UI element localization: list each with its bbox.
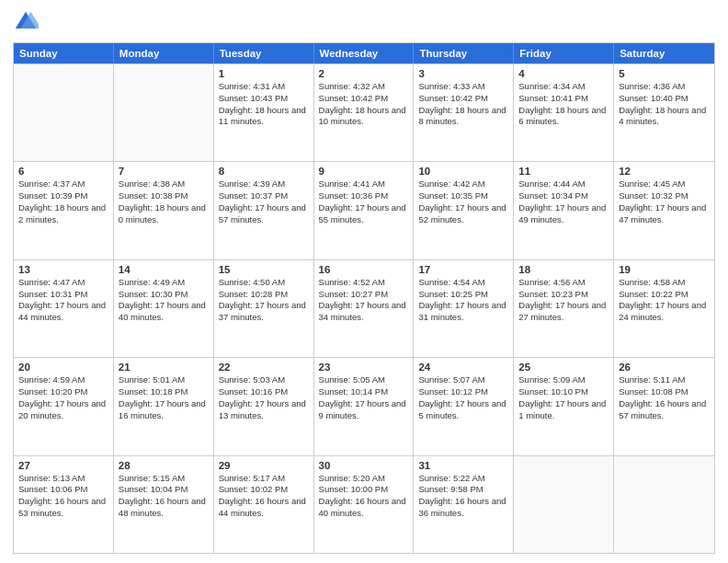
calendar-cell: 27Sunrise: 5:13 AM Sunset: 10:06 PM Dayl… [14,456,114,553]
day-number: 29 [219,460,309,471]
day-info: Sunrise: 5:15 AM Sunset: 10:04 PM Daylig… [119,473,209,520]
day-number: 3 [418,68,508,79]
calendar-row: 1Sunrise: 4:31 AM Sunset: 10:43 PM Dayli… [14,63,714,161]
calendar-cell: 14Sunrise: 4:49 AM Sunset: 10:30 PM Dayl… [114,260,214,357]
day-number: 9 [319,166,409,177]
day-number: 24 [418,362,508,373]
day-number: 13 [18,264,108,275]
calendar-cell: 11Sunrise: 4:44 AM Sunset: 10:34 PM Dayl… [514,162,614,259]
calendar-cell: 3Sunrise: 4:33 AM Sunset: 10:42 PM Dayli… [414,64,514,161]
day-info: Sunrise: 5:05 AM Sunset: 10:14 PM Daylig… [319,374,409,421]
day-info: Sunrise: 4:56 AM Sunset: 10:23 PM Daylig… [518,277,609,324]
calendar-cell: 13Sunrise: 4:47 AM Sunset: 10:31 PM Dayl… [14,260,114,357]
calendar-cell [114,64,214,161]
calendar-header-cell: Saturday [614,43,714,63]
day-number: 17 [418,264,508,275]
header [13,9,715,35]
calendar-header-cell: Wednesday [314,43,415,63]
day-number: 2 [319,68,409,79]
day-info: Sunrise: 4:32 AM Sunset: 10:42 PM Daylig… [319,81,409,128]
calendar-cell [14,64,114,161]
day-number: 15 [219,264,309,275]
day-number: 20 [18,362,108,373]
day-info: Sunrise: 5:07 AM Sunset: 10:12 PM Daylig… [418,374,508,421]
day-number: 21 [119,362,209,373]
day-number: 5 [619,68,710,79]
day-info: Sunrise: 5:22 AM Sunset: 9:58 PM Dayligh… [418,473,508,520]
calendar: SundayMondayTuesdayWednesdayThursdayFrid… [13,42,715,554]
calendar-cell: 4Sunrise: 4:34 AM Sunset: 10:41 PM Dayli… [514,64,614,161]
day-info: Sunrise: 4:44 AM Sunset: 10:34 PM Daylig… [518,178,609,225]
calendar-cell: 26Sunrise: 5:11 AM Sunset: 10:08 PM Dayl… [614,358,714,454]
day-number: 14 [119,264,209,275]
calendar-header-cell: Sunday [14,43,114,63]
page: SundayMondayTuesdayWednesdayThursdayFrid… [0,0,728,563]
calendar-row: 13Sunrise: 4:47 AM Sunset: 10:31 PM Dayl… [14,259,714,357]
calendar-row: 27Sunrise: 5:13 AM Sunset: 10:06 PM Dayl… [14,455,714,553]
day-info: Sunrise: 5:17 AM Sunset: 10:02 PM Daylig… [219,473,309,520]
day-number: 6 [18,166,108,177]
calendar-cell: 29Sunrise: 5:17 AM Sunset: 10:02 PM Dayl… [214,456,314,553]
day-number: 8 [219,166,309,177]
calendar-body: 1Sunrise: 4:31 AM Sunset: 10:43 PM Dayli… [14,63,714,553]
day-info: Sunrise: 4:42 AM Sunset: 10:35 PM Daylig… [418,178,508,225]
calendar-cell: 2Sunrise: 4:32 AM Sunset: 10:42 PM Dayli… [314,64,415,161]
calendar-header-cell: Tuesday [214,43,314,63]
calendar-cell: 10Sunrise: 4:42 AM Sunset: 10:35 PM Dayl… [414,162,514,259]
day-number: 30 [319,460,409,471]
day-number: 25 [518,362,609,373]
calendar-cell: 20Sunrise: 4:59 AM Sunset: 10:20 PM Dayl… [14,358,114,454]
calendar-header-cell: Friday [514,43,614,63]
calendar-cell: 25Sunrise: 5:09 AM Sunset: 10:10 PM Dayl… [514,358,614,454]
day-info: Sunrise: 5:01 AM Sunset: 10:18 PM Daylig… [119,374,209,421]
calendar-row: 20Sunrise: 4:59 AM Sunset: 10:20 PM Dayl… [14,357,714,454]
day-info: Sunrise: 4:52 AM Sunset: 10:27 PM Daylig… [319,277,409,324]
logo-icon [13,9,39,35]
day-info: Sunrise: 4:34 AM Sunset: 10:41 PM Daylig… [518,81,609,128]
day-info: Sunrise: 5:11 AM Sunset: 10:08 PM Daylig… [619,374,710,421]
calendar-cell: 6Sunrise: 4:37 AM Sunset: 10:39 PM Dayli… [14,162,114,259]
day-number: 1 [219,68,309,79]
day-number: 7 [119,166,209,177]
day-number: 4 [518,68,609,79]
calendar-cell: 17Sunrise: 4:54 AM Sunset: 10:25 PM Dayl… [414,260,514,357]
day-number: 11 [518,166,609,177]
calendar-cell: 9Sunrise: 4:41 AM Sunset: 10:36 PM Dayli… [314,162,415,259]
calendar-header-cell: Thursday [414,43,514,63]
calendar-header: SundayMondayTuesdayWednesdayThursdayFrid… [14,43,714,63]
day-info: Sunrise: 4:31 AM Sunset: 10:43 PM Daylig… [219,81,309,128]
calendar-cell: 21Sunrise: 5:01 AM Sunset: 10:18 PM Dayl… [114,358,214,454]
calendar-cell [614,456,714,553]
day-info: Sunrise: 4:39 AM Sunset: 10:37 PM Daylig… [219,178,309,225]
calendar-cell: 12Sunrise: 4:45 AM Sunset: 10:32 PM Dayl… [614,162,714,259]
calendar-cell: 22Sunrise: 5:03 AM Sunset: 10:16 PM Dayl… [214,358,314,454]
calendar-cell [514,456,614,553]
day-info: Sunrise: 5:20 AM Sunset: 10:00 PM Daylig… [319,473,409,520]
day-info: Sunrise: 4:50 AM Sunset: 10:28 PM Daylig… [219,277,309,324]
day-info: Sunrise: 4:47 AM Sunset: 10:31 PM Daylig… [18,277,108,324]
calendar-cell: 1Sunrise: 4:31 AM Sunset: 10:43 PM Dayli… [214,64,314,161]
logo [13,9,42,35]
day-number: 10 [418,166,508,177]
calendar-cell: 30Sunrise: 5:20 AM Sunset: 10:00 PM Dayl… [314,456,415,553]
calendar-cell: 18Sunrise: 4:56 AM Sunset: 10:23 PM Dayl… [514,260,614,357]
day-info: Sunrise: 4:49 AM Sunset: 10:30 PM Daylig… [119,277,209,324]
day-number: 27 [18,460,108,471]
day-info: Sunrise: 4:58 AM Sunset: 10:22 PM Daylig… [619,277,710,324]
day-number: 31 [418,460,508,471]
day-number: 12 [619,166,710,177]
day-info: Sunrise: 5:13 AM Sunset: 10:06 PM Daylig… [18,473,108,520]
day-info: Sunrise: 4:54 AM Sunset: 10:25 PM Daylig… [418,277,508,324]
calendar-cell: 7Sunrise: 4:38 AM Sunset: 10:38 PM Dayli… [114,162,214,259]
calendar-cell: 28Sunrise: 5:15 AM Sunset: 10:04 PM Dayl… [114,456,214,553]
calendar-row: 6Sunrise: 4:37 AM Sunset: 10:39 PM Dayli… [14,161,714,259]
day-info: Sunrise: 4:45 AM Sunset: 10:32 PM Daylig… [619,178,710,225]
day-info: Sunrise: 5:09 AM Sunset: 10:10 PM Daylig… [518,374,609,421]
day-number: 18 [518,264,609,275]
calendar-cell: 15Sunrise: 4:50 AM Sunset: 10:28 PM Dayl… [214,260,314,357]
day-info: Sunrise: 4:59 AM Sunset: 10:20 PM Daylig… [18,374,108,421]
calendar-cell: 24Sunrise: 5:07 AM Sunset: 10:12 PM Dayl… [414,358,514,454]
day-number: 22 [219,362,309,373]
day-info: Sunrise: 4:41 AM Sunset: 10:36 PM Daylig… [319,178,409,225]
day-info: Sunrise: 4:37 AM Sunset: 10:39 PM Daylig… [18,178,108,225]
